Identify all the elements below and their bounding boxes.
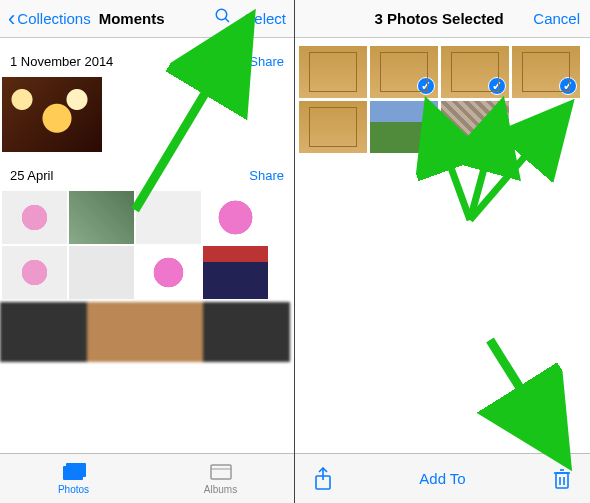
checkmark-icon: ✓ — [488, 77, 506, 95]
back-label[interactable]: Collections — [17, 10, 90, 27]
photo-thumbnail[interactable] — [69, 191, 134, 244]
share-icon[interactable] — [313, 467, 333, 491]
moment-date: 1 November 2014 — [10, 54, 113, 69]
tab-label: Photos — [58, 484, 89, 495]
add-to-button[interactable]: Add To — [419, 470, 465, 487]
photo-thumbnail[interactable] — [370, 101, 438, 153]
photos-tab-icon — [61, 462, 87, 482]
navbar: ‹ Collections Moments Select — [0, 0, 294, 38]
action-toolbar: Add To — [295, 453, 590, 503]
photo-thumbnail[interactable]: ✓ — [441, 46, 509, 98]
photo-thumbnail[interactable] — [203, 246, 268, 299]
moment-header: 1 November 2014 Share — [0, 38, 294, 77]
tab-photos[interactable]: Photos — [0, 454, 147, 503]
svg-rect-3 — [66, 463, 86, 477]
tab-albums[interactable]: Albums — [147, 454, 294, 503]
navbar: 3 Photos Selected Cancel — [295, 0, 590, 38]
photo-thumbnail[interactable] — [69, 246, 134, 299]
thumb-row — [0, 191, 294, 299]
photo-thumbnail[interactable]: ✓ — [370, 46, 438, 98]
tab-label: Albums — [204, 484, 237, 495]
tab-bar: Photos Albums — [0, 453, 294, 503]
svg-rect-4 — [211, 465, 231, 479]
selection-title: 3 Photos Selected — [345, 10, 533, 27]
checkmark-icon: ✓ — [417, 77, 435, 95]
moments-screen: ‹ Collections Moments Select 1 November … — [0, 0, 295, 503]
share-link[interactable]: Share — [249, 168, 284, 183]
photo-thumbnail[interactable] — [2, 77, 102, 152]
svg-rect-8 — [556, 473, 568, 488]
cancel-button[interactable]: Cancel — [533, 10, 580, 27]
photo-thumbnail[interactable] — [203, 191, 268, 244]
albums-tab-icon — [208, 462, 234, 482]
photo-thumbnail[interactable] — [2, 191, 67, 244]
thumb-row — [0, 77, 294, 152]
select-screen: 3 Photos Selected Cancel ✓ ✓ ✓ Add To — [295, 0, 590, 503]
select-button[interactable]: Select — [244, 10, 286, 27]
search-icon[interactable] — [214, 7, 232, 30]
photo-thumbnail[interactable] — [2, 246, 67, 299]
page-title: Moments — [99, 10, 165, 27]
trash-icon[interactable] — [552, 467, 572, 491]
photo-thumbnail[interactable] — [0, 302, 290, 362]
share-link[interactable]: Share — [249, 54, 284, 69]
photo-thumbnail[interactable] — [136, 246, 201, 299]
photo-thumbnail[interactable]: ✓ — [512, 46, 580, 98]
photo-thumbnail[interactable] — [136, 191, 201, 244]
photo-thumbnail[interactable] — [299, 46, 367, 98]
photo-thumbnail[interactable] — [299, 101, 367, 153]
back-chevron-icon[interactable]: ‹ — [8, 8, 15, 30]
photo-thumbnail[interactable] — [441, 101, 509, 153]
svg-point-0 — [217, 9, 228, 20]
moment-date: 25 April — [10, 168, 53, 183]
checkmark-icon: ✓ — [559, 77, 577, 95]
moment-header: 25 April Share — [0, 152, 294, 191]
svg-line-1 — [226, 18, 230, 22]
photo-grid: ✓ ✓ ✓ — [295, 38, 590, 161]
